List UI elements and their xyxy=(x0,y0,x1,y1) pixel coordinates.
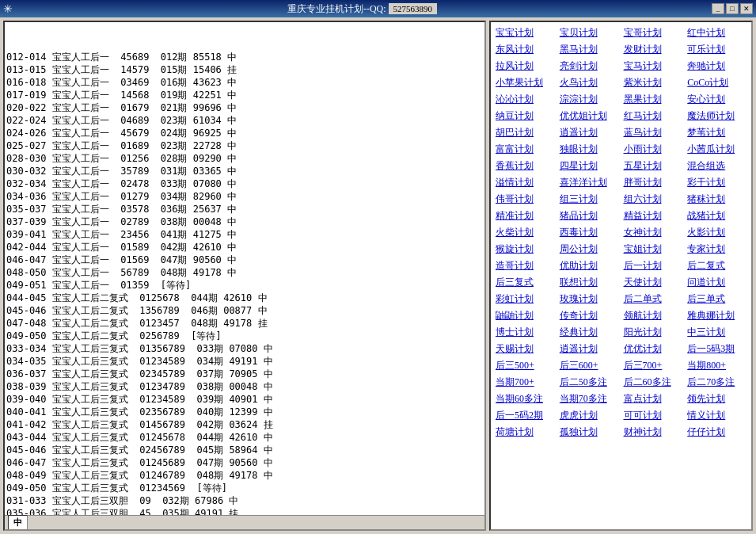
plan-link[interactable]: 天赐计划 xyxy=(494,341,557,357)
minimize-button[interactable]: _ xyxy=(712,3,724,14)
plan-link[interactable]: 宝宝计划 xyxy=(494,25,557,40)
plan-link[interactable]: 紫米计划 xyxy=(622,75,685,90)
plan-link[interactable]: 后三单式 xyxy=(686,292,748,307)
plan-link[interactable]: 当期60多注 xyxy=(494,391,557,406)
plan-link[interactable]: 后二70多注 xyxy=(686,375,748,390)
plan-link[interactable]: 当期800+ xyxy=(686,358,748,373)
plan-link[interactable]: 仔仔计划 xyxy=(686,425,748,440)
plan-link[interactable]: 可乐计划 xyxy=(686,42,748,57)
plan-link[interactable]: 优优计划 xyxy=(622,341,685,357)
plan-link[interactable]: 领航计划 xyxy=(622,308,685,323)
plan-link[interactable]: 荷塘计划 xyxy=(494,425,557,440)
close-button[interactable]: ✕ xyxy=(740,3,753,14)
plan-link[interactable]: 逍遥计划 xyxy=(558,341,621,357)
plan-link[interactable]: 四星计划 xyxy=(558,158,621,174)
plan-link[interactable]: 小雨计划 xyxy=(622,142,685,157)
plan-link[interactable]: 红中计划 xyxy=(686,25,748,40)
plan-link[interactable]: 周公计划 xyxy=(558,242,621,257)
plan-link[interactable]: 当期70多注 xyxy=(558,391,621,406)
plan-link[interactable]: 后一5码2期 xyxy=(494,408,557,423)
content-area[interactable]: 012-014 宝宝人工后一 45689 012期 85518 中013-015… xyxy=(5,22,484,529)
plan-link[interactable]: 宝贝计划 xyxy=(558,25,621,40)
plan-link[interactable]: 蓝鸟计划 xyxy=(622,125,685,140)
plan-link[interactable]: 优助计划 xyxy=(558,258,621,273)
plan-link[interactable]: 情义计划 xyxy=(686,408,748,423)
plan-link[interactable]: 孤独计划 xyxy=(558,425,621,440)
plan-link[interactable]: 天使计划 xyxy=(622,275,685,290)
plan-link[interactable]: 亮剑计划 xyxy=(558,59,621,74)
plan-link[interactable]: 后二50多注 xyxy=(558,375,621,390)
plan-link[interactable]: 传奇计划 xyxy=(558,308,621,323)
plan-link[interactable]: 造哥计划 xyxy=(494,258,557,273)
plan-link[interactable]: 精准计划 xyxy=(494,208,557,223)
plan-link[interactable]: 奔驰计划 xyxy=(686,59,748,74)
plan-link[interactable]: 领先计划 xyxy=(686,391,748,406)
plan-link[interactable]: 宝姐计划 xyxy=(622,242,685,257)
plan-link[interactable]: 彩虹计划 xyxy=(494,292,557,307)
plan-link[interactable]: 富富计划 xyxy=(494,142,557,157)
plan-link[interactable]: 优优姐计划 xyxy=(558,109,621,124)
plan-link[interactable]: 黑马计划 xyxy=(558,42,621,57)
plan-link[interactable]: 小茜瓜计划 xyxy=(686,142,748,157)
plan-link[interactable]: 女神计划 xyxy=(622,225,685,240)
plan-link[interactable]: 当期700+ xyxy=(494,375,557,390)
plan-link[interactable]: 后一计划 xyxy=(622,258,685,273)
plan-link[interactable]: 淙淙计划 xyxy=(558,92,621,107)
plan-link[interactable]: 后三700+ xyxy=(622,358,685,373)
plan-link[interactable]: 后三500+ xyxy=(494,358,557,373)
plan-link[interactable]: 猪秣计划 xyxy=(686,192,748,207)
plan-link[interactable]: 组六计划 xyxy=(622,192,685,207)
plan-link[interactable]: 火柴计划 xyxy=(494,225,557,240)
plan-link[interactable]: 逍遥计划 xyxy=(558,125,621,140)
plan-link[interactable]: 沁沁计划 xyxy=(494,92,557,107)
plan-link[interactable]: 纳豆计划 xyxy=(494,109,557,124)
plan-link[interactable]: CoCo计划 xyxy=(686,75,748,90)
plan-link[interactable]: 问道计划 xyxy=(686,275,748,290)
plan-link[interactable]: 雅典娜计划 xyxy=(686,308,748,323)
plan-link[interactable]: 后二单式 xyxy=(622,292,685,307)
plan-link[interactable]: 东风计划 xyxy=(494,42,557,57)
plan-link[interactable]: 火鸟计划 xyxy=(558,75,621,90)
plan-link[interactable]: 梦苇计划 xyxy=(686,125,748,140)
plan-link[interactable]: 发财计划 xyxy=(622,42,685,57)
plan-link[interactable]: 可可计划 xyxy=(622,408,685,423)
plan-link[interactable]: 战猪计划 xyxy=(686,208,748,223)
plan-link[interactable]: 安心计划 xyxy=(686,92,748,107)
plan-link[interactable]: 魔法师计划 xyxy=(686,109,748,124)
plan-link[interactable]: 玫瑰计划 xyxy=(558,292,621,307)
plan-link[interactable]: 中三计划 xyxy=(686,325,748,340)
plan-link[interactable]: 混合组选 xyxy=(686,158,748,174)
plan-link[interactable]: 组三计划 xyxy=(558,192,621,207)
plan-link[interactable]: 溢情计划 xyxy=(494,175,557,190)
plan-link[interactable]: 宝马计划 xyxy=(622,59,685,74)
plan-link[interactable]: 彩干计划 xyxy=(686,175,748,190)
plan-link[interactable]: 财神计划 xyxy=(622,425,685,440)
plan-link[interactable]: 富点计划 xyxy=(622,391,685,406)
plan-link[interactable]: 猪品计划 xyxy=(558,208,621,223)
plan-link[interactable]: 经典计划 xyxy=(558,325,621,340)
plan-link[interactable]: 红马计划 xyxy=(622,109,685,124)
plan-link[interactable]: 五星计划 xyxy=(622,158,685,174)
plan-link[interactable]: 后二复式 xyxy=(686,258,748,273)
plan-link[interactable]: 独眼计划 xyxy=(558,142,621,157)
plan-link[interactable]: 阳光计划 xyxy=(622,325,685,340)
plan-link[interactable]: 精益计划 xyxy=(622,208,685,223)
plan-link[interactable]: 博士计划 xyxy=(494,325,557,340)
plan-link[interactable]: 后三复式 xyxy=(494,275,557,290)
plan-link[interactable]: 专家计划 xyxy=(686,242,748,257)
plan-link[interactable]: 喜洋洋计划 xyxy=(558,175,621,190)
plan-link[interactable]: 伟哥计划 xyxy=(494,192,557,207)
plan-link[interactable]: 胡巴计划 xyxy=(494,125,557,140)
plan-link[interactable]: 黑果计划 xyxy=(622,92,685,107)
maximize-button[interactable]: □ xyxy=(726,3,739,14)
plan-link[interactable]: 香蕉计划 xyxy=(494,158,557,174)
plan-link[interactable]: 小苹果计划 xyxy=(494,75,557,90)
plan-link[interactable]: 虎虎计划 xyxy=(558,408,621,423)
plan-link[interactable]: 西毒计划 xyxy=(558,225,621,240)
plan-link[interactable]: 联想计划 xyxy=(558,275,621,290)
plan-link[interactable]: 胖哥计划 xyxy=(622,175,685,190)
plan-link[interactable]: 鼬鼬计划 xyxy=(494,308,557,323)
plan-link[interactable]: 猴旋计划 xyxy=(494,242,557,257)
plan-link[interactable]: 后一5码3期 xyxy=(686,341,748,357)
plan-link[interactable]: 火影计划 xyxy=(686,225,748,240)
